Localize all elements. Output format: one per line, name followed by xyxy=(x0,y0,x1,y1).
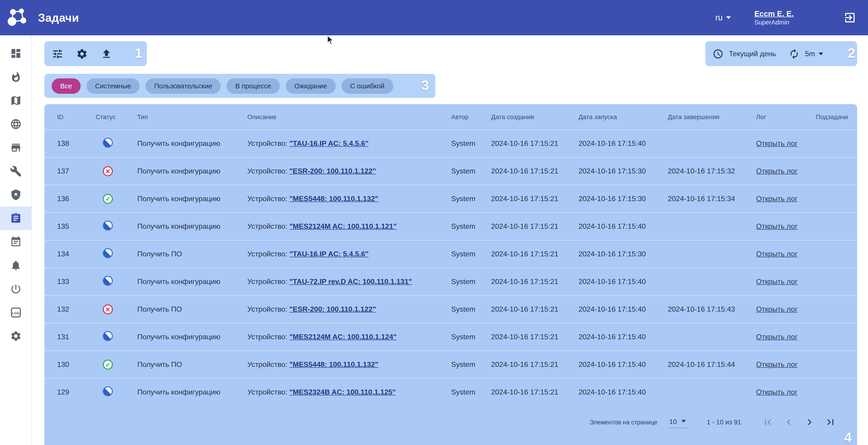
task-status-cell xyxy=(96,323,137,351)
sidebar-item-settings[interactable] xyxy=(0,324,31,348)
user-name-link[interactable]: Eccm E. E. xyxy=(754,9,794,19)
sidebar-item-inventory[interactable] xyxy=(0,136,31,159)
task-description: Устройство: "MES2324B AC: 100.110.1.125" xyxy=(247,378,451,406)
last-page-button[interactable] xyxy=(825,416,836,428)
open-log-link[interactable]: Открыть лог xyxy=(756,222,798,230)
table-actions-toolbar: 1 xyxy=(44,41,147,66)
task-status-cell: ✕ xyxy=(96,157,137,185)
task-log-cell: Открыть лог xyxy=(756,295,816,323)
page-range-label: 1 - 10 из 91 xyxy=(707,418,741,426)
task-status-cell: ✓ xyxy=(96,185,137,213)
next-page-button[interactable] xyxy=(804,416,815,428)
first-page-button[interactable] xyxy=(762,416,774,428)
task-created-date: 2024-10-16 17:15:21 xyxy=(491,185,579,213)
open-log-link[interactable]: Открыть лог xyxy=(756,195,798,202)
items-per-page-select[interactable]: 10 xyxy=(668,416,688,428)
column-header: Статус xyxy=(96,104,137,130)
filter-chip-0[interactable]: Все xyxy=(52,78,81,94)
task-started-date: 2024-10-16 17:15:40 xyxy=(579,213,668,240)
prev-page-button[interactable] xyxy=(783,416,795,428)
device-link[interactable]: "TAU-16.IP AC: 5.4.5.6" xyxy=(289,250,369,258)
device-link[interactable]: "MES2124M AC: 100.110.1.124" xyxy=(289,333,397,341)
sidebar-item-calendar[interactable] xyxy=(0,230,31,254)
task-log-cell: Открыть лог xyxy=(756,240,816,268)
open-log-link[interactable]: Открыть лог xyxy=(756,278,798,285)
task-type: Получить конфигурацию xyxy=(137,185,247,213)
task-status-cell: ✕ xyxy=(96,295,137,323)
task-author: System xyxy=(451,323,491,351)
device-link[interactable]: "MES5448: 100.110.1.132" xyxy=(289,195,378,202)
task-id: 129 xyxy=(44,378,96,406)
device-link[interactable]: "MES5448: 100.110.1.132" xyxy=(289,360,378,368)
refresh-interval-select[interactable]: 5m xyxy=(805,50,823,58)
in-progress-status-icon xyxy=(103,386,113,396)
column-header: ID xyxy=(44,104,96,130)
sidebar-item-network[interactable] xyxy=(0,112,31,136)
task-finished-date xyxy=(668,130,756,157)
open-log-link[interactable]: Открыть лог xyxy=(756,250,798,258)
open-log-link[interactable]: Открыть лог xyxy=(756,333,798,341)
sidebar-item-logs[interactable]: LOG xyxy=(0,301,31,324)
sidebar-item-incidents[interactable] xyxy=(0,65,31,89)
annotation-marker-2: 2 xyxy=(848,45,855,61)
table-settings-button[interactable] xyxy=(76,48,88,60)
table-row: 138 Получить конфигурацию Устройство: "T… xyxy=(44,130,857,157)
app-header: Задачи ru Eccm E. E. SuperAdmin xyxy=(0,0,868,35)
device-link[interactable]: "ESR-200: 100.110.1.122" xyxy=(289,167,376,175)
in-progress-status-icon xyxy=(103,248,113,258)
task-type: Получить конфигурацию xyxy=(137,157,247,185)
refresh-interval-value: 5m xyxy=(805,50,815,58)
device-link[interactable]: "ESR-200: 100.110.1.122" xyxy=(289,305,376,313)
upload-button[interactable] xyxy=(100,48,112,60)
sidebar-item-map[interactable] xyxy=(0,89,31,112)
task-description: Устройство: "MES2124M AC: 100.110.1.121" xyxy=(247,213,451,240)
filter-settings-button[interactable] xyxy=(52,48,63,60)
table-row: 129 Получить конфигурацию Устройство: "M… xyxy=(44,378,857,406)
task-type: Получить конфигурацию xyxy=(137,130,247,157)
device-link[interactable]: "MES2124M AC: 100.110.1.121" xyxy=(289,222,397,230)
description-prefix: Устройство: xyxy=(247,167,289,175)
filter-chip-2[interactable]: Пользовательские xyxy=(146,78,221,94)
clipboard-tasks-icon xyxy=(10,213,22,224)
tune-icon xyxy=(52,48,63,60)
open-log-link[interactable]: Открыть лог xyxy=(756,388,798,396)
filter-chip-4[interactable]: Ожидание xyxy=(286,78,336,94)
subtasks-cell xyxy=(816,157,857,185)
page-title: Задачи xyxy=(38,11,79,24)
logout-button[interactable] xyxy=(843,11,856,24)
task-author: System xyxy=(451,130,491,157)
chevron-down-icon xyxy=(681,420,686,422)
sidebar-item-tasks[interactable] xyxy=(0,206,31,230)
task-started-date: 2024-10-16 17:15:40 xyxy=(579,295,668,323)
task-finished-date xyxy=(668,378,756,406)
tasks-table: IDСтатусТипОписаниеАвторДата созданияДат… xyxy=(44,104,857,406)
sidebar-item-notifications[interactable] xyxy=(0,254,31,277)
user-menu[interactable]: Eccm E. E. SuperAdmin xyxy=(754,9,794,27)
task-type: Получить конфигурацию xyxy=(137,323,247,351)
open-log-link[interactable]: Открыть лог xyxy=(756,139,798,147)
open-log-link[interactable]: Открыть лог xyxy=(756,305,798,313)
task-finished-date: 2024-10-16 17:15:43 xyxy=(668,295,756,323)
period-label[interactable]: Текущий день xyxy=(729,50,776,58)
refresh-button[interactable] xyxy=(789,48,800,59)
status-filter-chips: ВсеСистемныеПользовательскиеВ процессеОж… xyxy=(44,74,435,98)
filter-chip-1[interactable]: Системные xyxy=(87,78,140,94)
device-link[interactable]: "TAU-16.IP AC: 5.4.5.6" xyxy=(289,139,369,147)
open-log-link[interactable]: Открыть лог xyxy=(756,360,798,368)
sidebar-item-tools[interactable] xyxy=(0,159,31,183)
chevron-right-icon xyxy=(804,416,815,428)
sidebar-item-security[interactable] xyxy=(0,183,31,206)
sidebar-item-dashboard[interactable] xyxy=(0,42,31,65)
sidebar-item-uptime[interactable] xyxy=(0,277,31,301)
language-selector[interactable]: ru xyxy=(715,13,731,23)
table-row: 134 Получить ПО Устройство: "TAU-16.IP A… xyxy=(44,240,857,268)
column-header: Дата запуска xyxy=(579,104,668,130)
filter-chip-5[interactable]: С ошибкой xyxy=(342,78,393,94)
open-log-link[interactable]: Открыть лог xyxy=(756,167,798,175)
error-status-icon: ✕ xyxy=(103,166,113,176)
device-link[interactable]: "MES2324B AC: 100.110.1.125" xyxy=(289,388,396,396)
task-author: System xyxy=(451,268,491,295)
filter-chip-3[interactable]: В процессе xyxy=(227,78,280,94)
device-link[interactable]: "TAU-72.IP rev.D AC: 100.110.1.131" xyxy=(289,278,412,285)
task-id: 138 xyxy=(44,130,96,157)
